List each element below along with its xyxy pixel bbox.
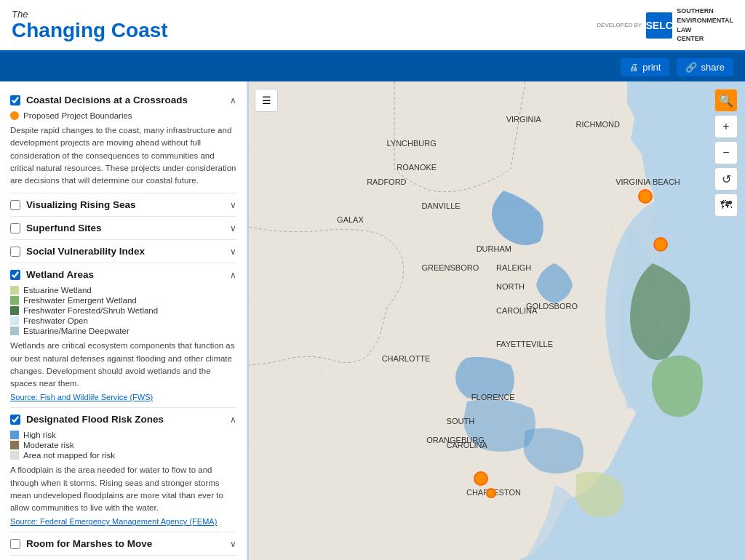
layers-button[interactable]: 🗺 <box>714 193 738 217</box>
layer-checkbox-visualizing-rising-seas[interactable] <box>10 200 20 210</box>
layer-checkbox-flood-risk[interactable] <box>10 415 20 425</box>
legend-label: Estuarine/Marine Deepwater <box>23 327 130 335</box>
legend-item: Moderate risk <box>10 441 236 449</box>
print-icon: 🖨 <box>629 62 639 73</box>
logo-the: The <box>12 9 168 20</box>
legend-square <box>10 451 19 460</box>
map-svg <box>247 81 745 560</box>
layer-title-social-vulnerability: Social Vulnerability Index <box>26 246 145 257</box>
legend-label: Estuarine Wetland <box>23 286 92 295</box>
chevron-room-marshes: ∨ <box>230 539 236 549</box>
layer-header-visualizing-rising-seas[interactable]: Visualizing Rising Seas ∨ <box>10 199 236 210</box>
toolbar: 🖨 print 🔗 share <box>0 52 745 81</box>
zoom-in-button[interactable]: + <box>714 115 738 138</box>
map-location-dot <box>638 189 653 204</box>
legend-dot <box>10 111 19 120</box>
layer-header-room-marshes[interactable]: Room for Marshes to Move ∨ <box>10 538 236 549</box>
layer-header-left: Designated Flood Risk Zones <box>10 414 164 425</box>
layer-header-left: Visualizing Rising Seas <box>10 199 136 210</box>
reset-button[interactable]: ↺ <box>714 167 738 191</box>
layer-section-flood-risk: Designated Flood Risk Zones ∧ High risk … <box>10 408 236 532</box>
layer-checkbox-wetland-areas[interactable] <box>10 270 20 280</box>
layer-section-superfund-sites: Superfund Sites ∨ <box>10 217 236 240</box>
legend-label: Moderate risk <box>23 441 74 449</box>
selc-org-name: SOUTHERN ENVIRONMENTAL LAW CENTER <box>677 7 733 43</box>
layer-source-flood-risk[interactable]: Source: Federal Emergency Management Age… <box>10 517 236 526</box>
legend-label: Freshwater Open <box>23 316 88 325</box>
legend-item: Freshwater Forested/Shrub Wetland <box>10 306 236 315</box>
layer-section-storm-surge: Storm Surge Hazard Areas ∨ <box>10 556 236 560</box>
legend-item: Estuarine Wetland <box>10 286 236 295</box>
layer-header-left: Superfund Sites <box>10 223 102 233</box>
map-controls: 🔍 + − ↺ 🗺 <box>714 89 738 217</box>
layer-description-wetland-areas: Wetlands are critical ecosystem componen… <box>10 340 236 390</box>
chevron-flood-risk: ∧ <box>230 415 236 425</box>
logo-title-part2: Coast <box>105 19 168 41</box>
layer-title-flood-risk: Designated Flood Risk Zones <box>26 414 164 425</box>
layer-content-wetland-areas: Estuarine Wetland Freshwater Emergent We… <box>10 286 236 401</box>
layer-section-wetland-areas: Wetland Areas ∧ Estuarine Wetland Freshw… <box>10 263 236 408</box>
chevron-social-vulnerability: ∨ <box>230 247 236 257</box>
print-button[interactable]: 🖨 print <box>621 58 669 76</box>
app-logo: The Changing Coast <box>12 9 168 42</box>
legend-item: Freshwater Open <box>10 316 236 325</box>
developed-by-label: DEVELOPED BY <box>597 22 642 28</box>
selc-box: SELC <box>646 12 672 39</box>
layer-header-wetland-areas[interactable]: Wetland Areas ∧ <box>10 269 236 280</box>
share-button[interactable]: 🔗 share <box>677 58 733 76</box>
logo-title: Changing Coast <box>12 20 168 42</box>
legend-item: Proposed Project Boundaries <box>10 111 236 120</box>
legend-label: Proposed Project Boundaries <box>23 111 132 120</box>
layer-title-visualizing-rising-seas: Visualizing Rising Seas <box>26 199 136 210</box>
chevron-superfund-sites: ∨ <box>230 223 236 233</box>
layer-checkbox-room-marshes[interactable] <box>10 539 20 549</box>
layer-title-wetland-areas: Wetland Areas <box>26 269 94 280</box>
layer-header-left: Coastal Decisions at a Crossroads <box>10 95 188 105</box>
selc-logo: DEVELOPED BY SELC SOUTHERN ENVIRONMENTAL… <box>597 7 733 43</box>
layer-header-social-vulnerability[interactable]: Social Vulnerability Index ∨ <box>10 246 236 257</box>
search-map-button[interactable]: 🔍 <box>714 89 738 112</box>
legend-item: High risk <box>10 431 236 439</box>
legend-square <box>10 296 19 305</box>
sidebar: Coastal Decisions at a Crossroads ∧ Prop… <box>0 81 247 560</box>
layer-section-visualizing-rising-seas: Visualizing Rising Seas ∨ <box>10 193 236 217</box>
layer-header-left: Wetland Areas <box>10 269 94 280</box>
layer-description-flood-risk: A floodplain is the area needed for wate… <box>10 464 236 514</box>
map-location-dot <box>486 488 496 498</box>
legend-square <box>10 431 19 439</box>
legend-item: Estuarine/Marine Deepwater <box>10 327 236 335</box>
share-icon: 🔗 <box>685 62 697 73</box>
legend-square <box>10 327 19 335</box>
layer-content-coastal-decisions: Proposed Project Boundaries Despite rapi… <box>10 111 236 187</box>
main-content: Coastal Decisions at a Crossroads ∧ Prop… <box>0 81 745 560</box>
layer-header-coastal-decisions[interactable]: Coastal Decisions at a Crossroads ∧ <box>10 95 236 105</box>
layer-section-room-marshes: Room for Marshes to Move ∨ <box>10 532 236 556</box>
layer-checkbox-superfund-sites[interactable] <box>10 223 20 233</box>
layer-checkbox-social-vulnerability[interactable] <box>10 247 20 257</box>
logo-title-part1: Changing <box>12 19 105 41</box>
layer-title-coastal-decisions: Coastal Decisions at a Crossroads <box>26 95 188 105</box>
legend-label: Area not mapped for risk <box>23 451 115 460</box>
legend-square <box>10 286 19 295</box>
layer-content-flood-risk: High risk Moderate risk Area not mapped … <box>10 431 236 526</box>
layer-header-flood-risk[interactable]: Designated Flood Risk Zones ∧ <box>10 414 236 425</box>
layer-checkbox-coastal-decisions[interactable] <box>10 95 20 105</box>
zoom-out-button[interactable]: − <box>714 141 738 164</box>
print-label: print <box>642 62 661 73</box>
layer-header-superfund-sites[interactable]: Superfund Sites ∨ <box>10 223 236 233</box>
map-location-dot <box>474 471 488 486</box>
legend-label: High risk <box>23 431 56 439</box>
layer-source-wetland-areas[interactable]: Source: Fish and Wildlife Service (FWS) <box>10 393 236 401</box>
layer-header-left: Social Vulnerability Index <box>10 246 145 257</box>
layer-section-social-vulnerability: Social Vulnerability Index ∨ <box>10 240 236 263</box>
legend-label: Freshwater Emergent Wetland <box>23 296 137 305</box>
chevron-wetland-areas: ∧ <box>230 270 236 280</box>
hamburger-button[interactable]: ☰ <box>255 89 278 112</box>
share-label: share <box>701 62 725 73</box>
legend-label: Freshwater Forested/Shrub Wetland <box>23 306 158 315</box>
chevron-coastal-decisions: ∧ <box>230 95 236 105</box>
layer-description-coastal-decisions: Despite rapid changes to the coast, many… <box>10 124 236 187</box>
legend-item: Area not mapped for risk <box>10 451 236 460</box>
map-container[interactable]: VIRGINIANORTHCAROLINASOUTHCAROLINALYNCHB… <box>247 81 745 560</box>
legend-item: Freshwater Emergent Wetland <box>10 296 236 305</box>
